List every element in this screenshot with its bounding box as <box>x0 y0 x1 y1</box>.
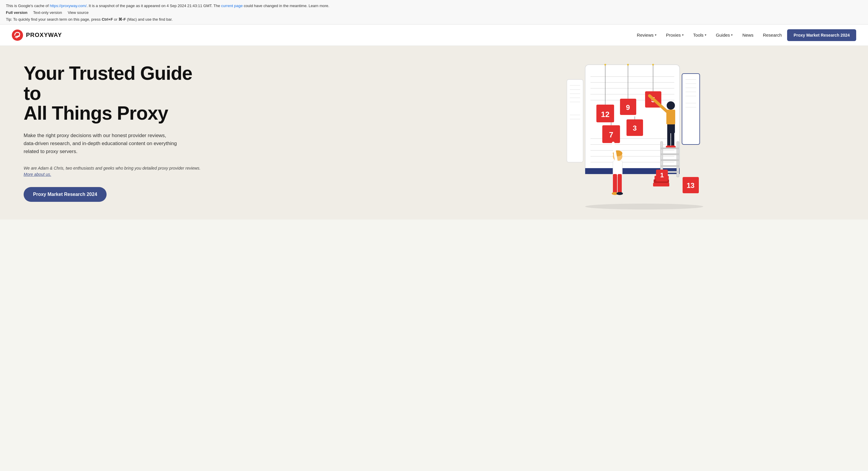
svg-rect-31 <box>567 80 583 162</box>
nav-item-news[interactable]: News <box>738 30 757 40</box>
nav-label-reviews: Reviews <box>637 32 654 37</box>
hero-svg: 12 9 5 7 3 <box>526 56 733 209</box>
hero-illustration: 12 9 5 7 3 <box>391 46 868 219</box>
nav-label-proxies: Proxies <box>666 32 681 37</box>
svg-text:3: 3 <box>633 124 637 132</box>
nav-item-reviews[interactable]: Reviews ▾ <box>633 30 661 40</box>
chevron-down-icon: ▾ <box>705 33 707 37</box>
hero-title: Your Trusted Guide to All Things Proxy <box>24 63 207 123</box>
logo[interactable]: PROXYWAY <box>12 30 62 41</box>
text-only-link[interactable]: Text-only version <box>33 10 62 15</box>
svg-text:12: 12 <box>601 110 609 119</box>
svg-rect-70 <box>653 183 669 186</box>
svg-point-77 <box>585 204 703 209</box>
hero-byline: We are Adam & Chris, two enthusiasts and… <box>24 165 207 178</box>
svg-point-0 <box>12 30 23 41</box>
current-page-link[interactable]: current page <box>221 4 243 8</box>
nav-item-cta[interactable]: Proxy Market Research 2024 <box>787 29 856 41</box>
svg-point-14 <box>604 64 606 66</box>
svg-rect-52 <box>671 130 674 147</box>
svg-point-68 <box>616 192 623 195</box>
svg-text:13: 13 <box>686 181 694 189</box>
svg-rect-65 <box>613 174 617 193</box>
cached-url-link[interactable]: https://proxyway.com/ <box>50 4 87 8</box>
hero-content: Your Trusted Guide to All Things Proxy M… <box>24 63 207 202</box>
svg-text:1: 1 <box>660 171 663 179</box>
hero-section: Your Trusted Guide to All Things Proxy M… <box>0 46 868 219</box>
nav-label-tools: Tools <box>693 32 704 37</box>
logo-text: PROXYWAY <box>26 32 62 38</box>
nav-item-proxies[interactable]: Proxies ▾ <box>662 30 688 40</box>
hero-cta-button[interactable]: Proxy Market Research 2024 <box>24 187 106 202</box>
nav-item-guides[interactable]: Guides ▾ <box>712 30 737 40</box>
svg-rect-66 <box>618 174 622 193</box>
main-nav: PROXYWAY Reviews ▾ Proxies ▾ Tools ▾ Gui… <box>0 25 868 46</box>
nav-label-news: News <box>742 32 753 37</box>
hero-subtitle: Make the right proxy decisions with our … <box>24 131 177 156</box>
chevron-down-icon: ▾ <box>682 33 684 37</box>
more-about-us-link[interactable]: More about us. <box>24 172 51 177</box>
logo-icon <box>12 30 23 41</box>
svg-point-22 <box>652 64 654 66</box>
nav-label-guides: Guides <box>716 32 730 37</box>
chevron-down-icon: ▾ <box>655 33 657 37</box>
chevron-down-icon: ▾ <box>731 33 733 37</box>
nav-item-tools[interactable]: Tools ▾ <box>689 30 711 40</box>
svg-rect-51 <box>667 130 671 147</box>
nav-label-research: Research <box>763 32 782 37</box>
nav-item-research[interactable]: Research <box>759 30 786 40</box>
cache-notice: This is Google's cache of https://proxyw… <box>6 3 862 9</box>
tip-text: Tip: To quickly find your search term on… <box>6 17 862 23</box>
version-links: Full version Text-only version View sour… <box>6 10 862 16</box>
svg-rect-39 <box>682 73 700 145</box>
svg-point-18 <box>627 64 629 66</box>
svg-rect-59 <box>660 159 679 161</box>
svg-rect-58 <box>660 153 679 155</box>
nav-cta-button[interactable]: Proxy Market Research 2024 <box>787 29 856 41</box>
full-version-link[interactable]: Full version <box>6 10 27 15</box>
svg-text:9: 9 <box>626 104 630 111</box>
svg-text:7: 7 <box>609 130 613 139</box>
nav-links: Reviews ▾ Proxies ▾ Tools ▾ Guides ▾ New <box>633 29 856 41</box>
svg-rect-57 <box>660 147 679 149</box>
view-source-link[interactable]: View source <box>68 10 89 15</box>
svg-rect-60 <box>660 165 679 167</box>
svg-point-47 <box>666 101 675 110</box>
cache-bar: This is Google's cache of https://proxyw… <box>0 0 868 25</box>
